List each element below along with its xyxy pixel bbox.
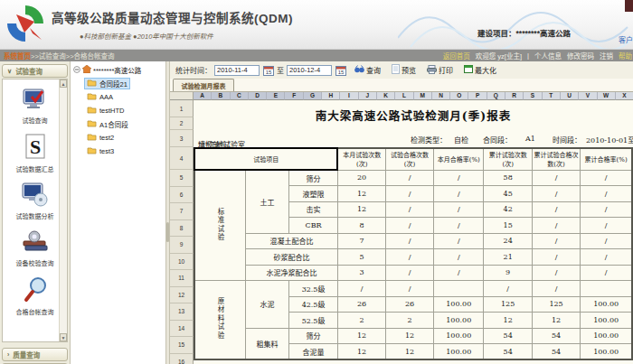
tree-item[interactable]: test3 xyxy=(85,146,116,156)
value-cell[interactable]: / xyxy=(386,249,434,266)
value-cell[interactable]: 12 xyxy=(337,344,385,360)
sidebar-scrollbar[interactable]: ▲ ▼ xyxy=(59,79,67,341)
value-cell[interactable]: 12 xyxy=(386,344,434,360)
row-header-4[interactable]: 4 xyxy=(170,147,194,170)
item-cell[interactable]: 32.5级 xyxy=(289,281,338,297)
column-header-T[interactable]: T xyxy=(543,92,561,100)
profile-link[interactable]: 个人信息 xyxy=(534,51,562,61)
column-header-J[interactable]: J xyxy=(359,92,377,100)
sidebar-item-2[interactable]: 试验数据分析 xyxy=(3,182,67,220)
value-cell[interactable]: / xyxy=(532,233,580,249)
maximize-button[interactable]: 最大化 xyxy=(460,65,500,75)
column-header-R[interactable]: R xyxy=(505,92,524,100)
value-cell[interactable]: / xyxy=(434,218,484,234)
sidebar-item-1[interactable]: S试验数据汇总 xyxy=(3,133,67,173)
column-header-W[interactable]: W xyxy=(598,92,616,100)
item-cell[interactable]: 含泥量 xyxy=(289,344,338,360)
value-cell[interactable]: / xyxy=(532,249,580,266)
scroll-up-icon[interactable]: ▲ xyxy=(60,79,67,88)
search-button[interactable]: 查询 xyxy=(351,65,384,75)
sheet-corner[interactable] xyxy=(170,92,194,100)
tree-root[interactable]: ********高速公路 xyxy=(71,65,165,75)
column-header-M[interactable]: M xyxy=(414,92,432,100)
accordion-test-query[interactable]: ∨ 试验查询 xyxy=(2,64,68,78)
row-header-1[interactable]: 1 xyxy=(170,100,194,117)
value-cell[interactable]: / xyxy=(532,265,580,281)
item-cell[interactable]: 砂浆配合比 xyxy=(246,249,338,266)
value-cell[interactable]: / xyxy=(532,281,580,297)
value-cell[interactable]: 12 xyxy=(386,328,434,344)
column-header-O[interactable]: O xyxy=(450,92,468,100)
column-header-I[interactable]: I xyxy=(340,92,358,100)
value-cell[interactable]: 8 xyxy=(337,218,385,234)
value-cell[interactable]: / xyxy=(532,170,580,186)
item-cell[interactable]: 水泥净浆配合比 xyxy=(246,265,338,281)
value-cell[interactable]: / xyxy=(434,265,484,281)
value-cell[interactable]: 54 xyxy=(484,328,532,344)
value-cell[interactable]: 24 xyxy=(484,233,532,249)
value-cell[interactable]: / xyxy=(386,218,434,234)
column-header-U[interactable]: U xyxy=(561,92,579,100)
value-cell[interactable]: / xyxy=(581,249,632,266)
value-cell[interactable]: / xyxy=(532,218,580,234)
group-cell[interactable]: 标准试验 xyxy=(194,170,246,281)
value-cell[interactable]: 100.00 xyxy=(434,296,484,313)
column-header-P[interactable]: P xyxy=(468,92,487,100)
value-cell[interactable]: 5 xyxy=(337,249,385,266)
column-header-B[interactable]: B xyxy=(212,92,230,100)
value-cell[interactable] xyxy=(434,281,484,297)
row-header-9[interactable]: 9 xyxy=(170,237,194,254)
value-cell[interactable]: / xyxy=(386,281,434,297)
value-cell[interactable]: 9 xyxy=(484,265,532,281)
item-cell[interactable]: 混凝土配合比 xyxy=(246,233,338,249)
row-header-14[interactable]: 14 xyxy=(170,321,194,338)
value-cell[interactable]: 54 xyxy=(532,328,580,344)
calendar-from-button[interactable]: 15 xyxy=(262,64,274,76)
row-header-8[interactable]: 8 xyxy=(170,220,194,238)
value-cell[interactable]: / xyxy=(532,186,580,202)
value-cell[interactable]: / xyxy=(581,218,632,234)
scroll-down-icon[interactable]: ▼ xyxy=(60,333,67,341)
value-cell[interactable]: 26 xyxy=(337,296,385,313)
column-header-E[interactable]: E xyxy=(267,92,285,100)
change-password-link[interactable]: 修改密码 xyxy=(567,51,594,61)
row-header-2[interactable]: 2 xyxy=(170,117,194,130)
value-cell[interactable]: 100.00 xyxy=(581,328,632,344)
value-cell[interactable]: 12 xyxy=(337,201,385,218)
column-header-G[interactable]: G xyxy=(304,92,322,100)
item-cell[interactable]: 击实 xyxy=(289,201,338,218)
item-cell[interactable]: 筛分 xyxy=(289,328,338,344)
value-cell[interactable]: 54 xyxy=(532,344,580,360)
value-cell[interactable]: 100.00 xyxy=(581,344,632,360)
value-cell[interactable] xyxy=(581,281,632,297)
item-cell[interactable]: 筛分 xyxy=(289,170,338,186)
breadcrumb-home[interactable]: 系统首页 xyxy=(4,52,31,61)
row-header-11[interactable]: 11 xyxy=(170,270,194,287)
value-cell[interactable]: 7 xyxy=(337,233,385,249)
value-cell[interactable]: / xyxy=(434,186,484,202)
column-header-F[interactable]: F xyxy=(285,92,303,100)
collapse-icon[interactable] xyxy=(73,66,80,75)
print-button[interactable]: 打印 xyxy=(423,65,457,76)
value-cell[interactable]: 125 xyxy=(484,296,532,313)
value-cell[interactable]: 125 xyxy=(532,296,580,313)
row-header-6[interactable]: 6 xyxy=(170,187,194,204)
column-header-V[interactable]: V xyxy=(579,92,597,100)
value-cell[interactable]: 100.00 xyxy=(581,296,632,313)
item-cell[interactable]: 42.5级 xyxy=(289,296,338,313)
value-cell[interactable]: / xyxy=(532,201,580,218)
value-cell[interactable]: 3 xyxy=(337,265,385,281)
value-cell[interactable]: / xyxy=(386,265,434,281)
tree-item[interactable]: A1合同段 xyxy=(85,119,130,129)
value-cell[interactable]: 21 xyxy=(484,249,532,266)
value-cell[interactable]: / xyxy=(581,265,632,281)
sidebar-item-3[interactable]: 设备校验查询 xyxy=(3,229,67,267)
value-cell[interactable]: / xyxy=(386,186,434,202)
group-cell[interactable]: 原材料试验 xyxy=(194,281,246,360)
row-header-15[interactable]: 15 xyxy=(170,337,194,354)
value-cell[interactable]: 26 xyxy=(386,296,434,313)
value-cell[interactable]: / xyxy=(581,170,632,186)
column-header-L[interactable]: L xyxy=(395,92,413,100)
client-link[interactable]: 客户端 xyxy=(619,34,633,44)
column-header-H[interactable]: H xyxy=(322,92,340,100)
